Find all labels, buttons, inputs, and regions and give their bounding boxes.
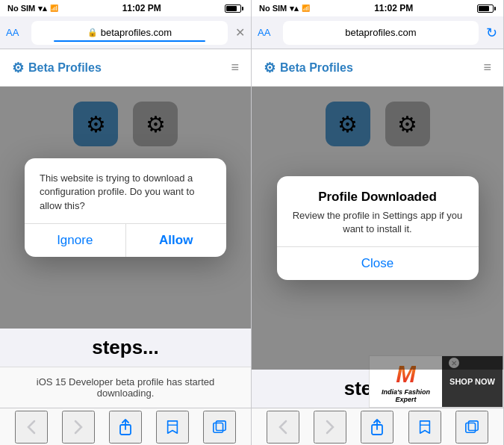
battery-icon-right (477, 4, 496, 13)
url-bar-left[interactable]: 🔒 betaprofiles.com (31, 21, 228, 45)
lock-icon-left: 🔒 (87, 28, 98, 37)
status-bar-left: No SIM ▾▴ 📶 11:02 PM (0, 0, 251, 16)
back-button-left[interactable] (15, 411, 48, 444)
status-left-right: No SIM ▾▴ 📶 (259, 4, 310, 13)
url-text-right: betaprofiles.com (345, 27, 416, 38)
profile-downloaded-dialog: Profile Downloaded Review the profile in… (277, 176, 479, 280)
status-right-left (225, 4, 243, 13)
logo-gear-icon-right: ⚙ (264, 60, 276, 76)
bookmarks-button-left[interactable] (156, 411, 189, 444)
close-button[interactable]: Close (277, 247, 479, 280)
wifi-icon: ▾▴ (38, 4, 47, 13)
battery-icon (225, 4, 243, 13)
ignore-button[interactable]: Ignore (25, 224, 126, 257)
tabs-button-left[interactable] (203, 411, 236, 444)
dialog-overlay-right: Profile Downloaded Review the profile in… (252, 87, 503, 370)
bookmarks-button-right[interactable] (408, 411, 441, 444)
dialog-buttons-left: Ignore Allow (25, 223, 226, 257)
left-phone-panel: No SIM ▾▴ 📶 11:02 PM AA 🔒 betaprofiles.c… (0, 0, 252, 445)
svg-rect-6 (466, 423, 476, 432)
close-tab-button[interactable]: ✕ (235, 25, 245, 40)
dialog-message-left: This website is trying to download a con… (40, 172, 211, 213)
aa-button-left[interactable]: AA (6, 27, 27, 38)
wifi-icon-right: ▾▴ (290, 4, 299, 13)
config-profile-dialog: This website is trying to download a con… (25, 158, 226, 257)
tabs-button-right[interactable] (455, 411, 488, 444)
back-button-right[interactable] (267, 411, 299, 444)
status-bar-right: No SIM ▾▴ 📶 11:02 PM (252, 0, 503, 16)
hamburger-menu-right[interactable]: ≡ (483, 60, 491, 75)
carrier-label: No SIM (7, 4, 35, 13)
aa-button-right[interactable]: AA (258, 27, 279, 38)
logo-text-right: Beta Profiles (280, 61, 353, 75)
forward-button-right[interactable] (314, 411, 346, 444)
time-right: 11:02 PM (374, 3, 413, 13)
status-right-right (477, 4, 496, 13)
browser-bar-left: AA 🔒 betaprofiles.com ✕ (0, 16, 251, 49)
time-left: 11:02 PM (122, 3, 161, 13)
content-area-left: ⚙ ⚙ This website is trying to download a… (0, 87, 251, 329)
browser-bar-right: AA betaprofiles.com ↻ (252, 16, 503, 49)
dialog-body-left: This website is trying to download a con… (25, 158, 226, 223)
logo-gear-icon-left: ⚙ (12, 60, 24, 76)
site-logo-left: ⚙ Beta Profiles (12, 60, 102, 76)
signal-icon: 📶 (50, 4, 58, 12)
steps-text-left: steps... (0, 329, 251, 367)
status-left: No SIM ▾▴ 📶 (7, 4, 58, 13)
profile-dialog-message: Review the profile in Settings app if yo… (292, 209, 464, 236)
profile-dialog-body: Profile Downloaded Review the profile in… (277, 176, 479, 246)
info-text-left: iOS 15 Developer beta profile has starte… (0, 367, 251, 408)
share-button-left[interactable] (109, 411, 142, 444)
share-button-right[interactable] (361, 411, 393, 444)
allow-button[interactable]: Allow (126, 224, 227, 257)
forward-button-left[interactable] (62, 411, 95, 444)
refresh-button-right[interactable]: ↻ (486, 25, 497, 41)
url-text-left: betaprofiles.com (101, 27, 172, 38)
dialog-overlay-left: This website is trying to download a con… (0, 87, 251, 329)
profile-dialog-title: Profile Downloaded (292, 190, 464, 205)
site-header-right: ⚙ Beta Profiles ≡ (252, 49, 503, 87)
ad-tagline: India's Fashion Expert (374, 388, 438, 403)
carrier-label-right: No SIM (259, 4, 287, 13)
logo-text-left: Beta Profiles (28, 61, 102, 75)
url-bar-right[interactable]: betaprofiles.com (283, 21, 479, 45)
right-phone-panel: No SIM ▾▴ 📶 11:02 PM AA betaprofiles.com… (252, 0, 504, 445)
svg-rect-2 (214, 423, 223, 432)
bottom-toolbar-right (252, 408, 503, 445)
profile-dialog-buttons: Close (277, 246, 479, 280)
signal-icon-right: 📶 (302, 4, 310, 12)
site-logo-right: ⚙ Beta Profiles (264, 60, 353, 76)
bottom-toolbar-left (0, 408, 251, 445)
content-area-right: ⚙ ⚙ Profile Downloaded Review the profil… (252, 87, 503, 370)
hamburger-menu-left[interactable]: ≡ (231, 60, 239, 75)
site-header-left: ⚙ Beta Profiles ≡ (0, 49, 251, 87)
url-underline-left (54, 40, 205, 42)
